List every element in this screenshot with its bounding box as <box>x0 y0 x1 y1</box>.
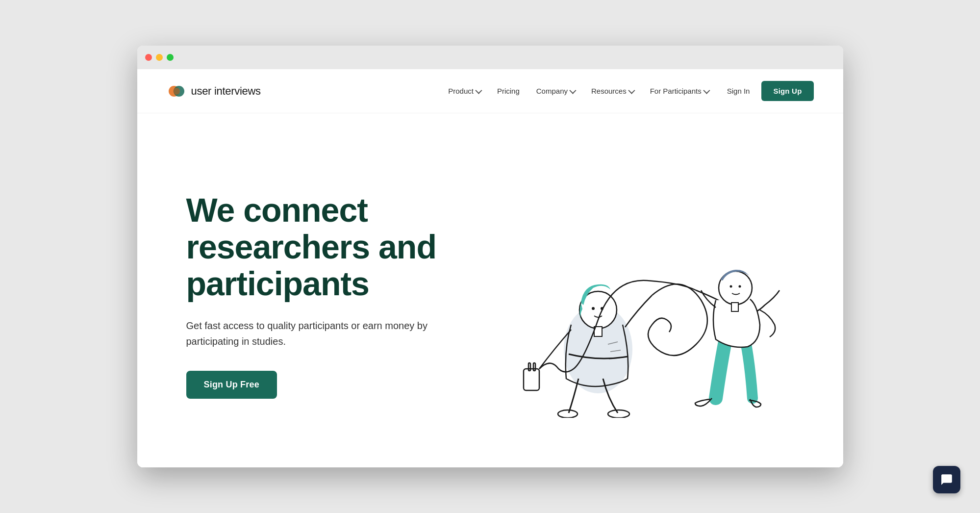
svg-point-2 <box>173 88 180 95</box>
browser-dot-yellow[interactable] <box>156 54 163 61</box>
hero-section: We connect researchers and participants … <box>137 113 843 467</box>
nav-link-participants[interactable]: For Participants <box>643 83 715 99</box>
chevron-down-icon <box>703 87 710 94</box>
nav-link-company[interactable]: Company <box>529 83 581 99</box>
logo-icon <box>167 81 186 101</box>
illustration-svg <box>476 173 809 418</box>
navbar: user interviews Product Pricing Comp <box>137 69 843 113</box>
hero-cta-button[interactable]: Sign Up Free <box>186 371 277 399</box>
hero-title: We connect researchers and participants <box>186 192 471 302</box>
chevron-down-icon <box>475 87 482 94</box>
browser-window: user interviews Product Pricing Comp <box>137 46 843 467</box>
svg-point-15 <box>738 285 741 288</box>
svg-rect-10 <box>524 369 539 390</box>
nav-item-participants[interactable]: For Participants <box>643 83 715 99</box>
hero-illustration <box>471 143 814 448</box>
logo-text: user interviews <box>191 85 261 98</box>
svg-point-7 <box>592 307 595 310</box>
browser-chrome <box>137 46 843 69</box>
nav-item-pricing[interactable]: Pricing <box>490 83 527 99</box>
hero-subtitle: Get fast access to quality participants … <box>186 318 431 349</box>
hero-left: We connect researchers and participants … <box>186 192 471 398</box>
svg-point-4 <box>558 410 578 418</box>
browser-dot-red[interactable] <box>145 54 152 61</box>
browser-content: user interviews Product Pricing Comp <box>137 69 843 467</box>
svg-point-5 <box>608 410 629 418</box>
nav-link-product[interactable]: Product <box>441 83 487 99</box>
svg-rect-16 <box>731 303 738 311</box>
nav-link-resources[interactable]: Resources <box>584 83 640 99</box>
svg-point-14 <box>729 285 732 288</box>
chevron-down-icon <box>628 87 635 94</box>
nav-links: Product Pricing Company <box>441 83 715 99</box>
signin-link[interactable]: Sign In <box>719 83 758 99</box>
chevron-down-icon <box>569 87 576 94</box>
nav-item-company[interactable]: Company <box>529 83 581 99</box>
logo-link[interactable]: user interviews <box>167 81 261 101</box>
chat-icon <box>940 473 953 486</box>
chat-button[interactable] <box>933 466 960 493</box>
nav-link-pricing[interactable]: Pricing <box>490 83 527 99</box>
browser-dot-green[interactable] <box>167 54 174 61</box>
svg-rect-11 <box>528 363 530 371</box>
nav-item-resources[interactable]: Resources <box>584 83 640 99</box>
svg-rect-12 <box>533 363 535 371</box>
signup-button[interactable]: Sign Up <box>761 81 813 101</box>
nav-item-product[interactable]: Product <box>441 83 487 99</box>
